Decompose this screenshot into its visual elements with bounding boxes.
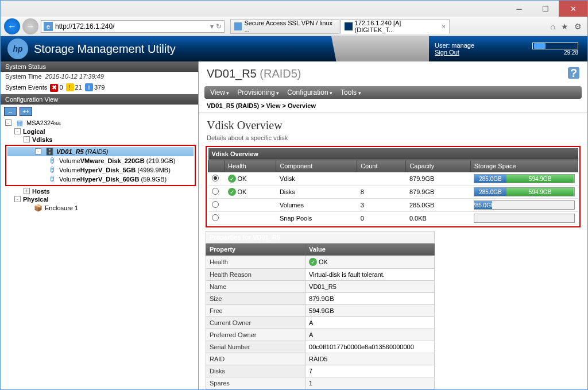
- tree-volume[interactable]: 🛢Volume HyperV_Disk_60GB (59.9GB): [7, 175, 194, 184]
- table-row: Serial Number00c0ff10177b0000e8a01356000…: [206, 341, 435, 353]
- table-row[interactable]: ✓OKDisks8879.9GB285.0GB594.9GB: [208, 186, 578, 199]
- tree-enclosure[interactable]: 📦Enclosure 1: [5, 203, 196, 213]
- window-titlebar: ─ ☐ ✕: [1, 1, 587, 17]
- browser-tabs: Secure Access SSL VPN / linux ... 172.16…: [230, 19, 450, 34]
- error-icon[interactable]: ✖: [50, 84, 58, 92]
- properties-panel: Properties for VD01_R5 PropertyValue Hea…: [206, 231, 435, 389]
- user-block: User: manage Sign Out: [429, 42, 527, 56]
- refresh-icon[interactable]: ↻: [216, 22, 222, 30]
- table-row: NameVD01_R5: [206, 281, 435, 293]
- tree-vdisks[interactable]: -Vdisks: [5, 136, 196, 144]
- row-radio[interactable]: [212, 188, 219, 195]
- expand-all-button[interactable]: ++: [20, 107, 32, 116]
- app-title: Storage Management Utility: [34, 43, 176, 56]
- overview-caption: Vdisk Overview: [208, 148, 578, 160]
- page-title: ? VD01_R5 (RAID5): [199, 61, 587, 86]
- table-row: Current OwnerA: [206, 317, 435, 329]
- table-row[interactable]: ✓OKVdisk879.9GB285.0GB594.9GB: [208, 172, 578, 186]
- tree-vdisk-vd01[interactable]: -🗄️VD01_R5 (RAID5): [7, 147, 194, 156]
- session-time: 29:28: [564, 49, 578, 56]
- menu-configuration[interactable]: Configuration: [287, 88, 332, 96]
- table-row: Disks7: [206, 365, 435, 377]
- action-menubar: View Provisioning Configuration Tools: [204, 86, 582, 99]
- tree-logical[interactable]: -Logical: [5, 128, 196, 136]
- warning-icon[interactable]: !: [66, 83, 74, 91]
- browser-toolbar: ← → e http://172.16.1.240/ ▾ ↻ Secure Ac…: [1, 17, 587, 36]
- favicon-icon: [345, 22, 353, 30]
- table-row: Free594.9GB: [206, 305, 435, 317]
- url-text: http://172.16.1.240/: [55, 22, 114, 30]
- system-events: System Events ✖0 !21 i379: [1, 81, 198, 94]
- browser-tab-msa[interactable]: 172.16.1.240 [A] (DIGITEK_T... ×: [341, 19, 450, 34]
- page-icon: e: [44, 22, 53, 31]
- config-tree: -▦MSA2324sa -Logical -Vdisks -🗄️VD01_R5 …: [1, 118, 198, 217]
- forward-button[interactable]: →: [22, 18, 38, 34]
- table-row: RAIDRAID5: [206, 353, 435, 365]
- tree-volume[interactable]: 🛢Volume VMware_Disk_220GB (219.9GB): [7, 156, 194, 165]
- row-radio[interactable]: [212, 214, 219, 221]
- status-header: System Status: [1, 61, 198, 72]
- hp-logo: hp: [7, 38, 28, 59]
- close-button[interactable]: ✕: [559, 1, 587, 17]
- vdisk-overview-table: Vdisk Overview Health Component Count Ca…: [208, 148, 578, 225]
- properties-caption: Properties for VD01_R5: [206, 231, 435, 244]
- minimize-button[interactable]: ─: [506, 1, 532, 17]
- row-radio[interactable]: [212, 175, 219, 182]
- row-radio[interactable]: [212, 201, 219, 208]
- favicon-icon: [234, 22, 242, 30]
- collapse-all-button[interactable]: --: [4, 107, 17, 116]
- tab-title: 172.16.1.240 [A] (DIGITEK_T...: [355, 20, 440, 33]
- table-row: Chunk Size64k: [206, 389, 435, 390]
- signout-link[interactable]: Sign Out: [435, 49, 459, 56]
- table-row: Spares1: [206, 377, 435, 389]
- vdisk-overview-panel: Vdisk Overview Health Component Count Ca…: [206, 146, 581, 227]
- ok-icon: ✓: [228, 188, 236, 196]
- table-row: Health✓OK: [206, 256, 435, 269]
- system-time: System Time 2015-10-12 17:39:49: [1, 72, 198, 81]
- home-icon[interactable]: ⌂: [551, 22, 555, 31]
- table-row[interactable]: Volumes3285.0GB285.0GB: [208, 199, 578, 212]
- config-view-header: Configuration View: [1, 94, 198, 105]
- ok-icon: ✓: [228, 175, 236, 183]
- tree-root-msa[interactable]: -▦MSA2324sa: [5, 118, 196, 128]
- menu-tools[interactable]: Tools: [341, 88, 361, 96]
- dropdown-icon[interactable]: ▾: [210, 22, 214, 30]
- section-desc: Details about a specific vdisk: [199, 134, 587, 146]
- maximize-button[interactable]: ☐: [532, 1, 559, 17]
- table-row[interactable]: Snap Pools00.0KB: [208, 212, 578, 225]
- tab-title: Secure Access SSL VPN / linux ...: [244, 20, 335, 33]
- section-heading: Vdisk Overview: [199, 117, 587, 134]
- tree-physical[interactable]: -Physical: [5, 195, 196, 203]
- favorites-icon[interactable]: ★: [561, 22, 568, 31]
- tree-hosts[interactable]: +Hosts: [5, 187, 196, 195]
- table-row: Preferred OwnerA: [206, 329, 435, 341]
- header-banner-image: [331, 36, 429, 61]
- user-label: User: manage: [435, 42, 527, 49]
- table-row: Size879.9GB: [206, 293, 435, 305]
- tools-icon[interactable]: ⚙: [574, 22, 582, 31]
- info-icon[interactable]: i: [85, 83, 93, 91]
- breadcrumb: VD01_R5 (RAID5) > View > Overview: [199, 99, 587, 113]
- menu-provisioning[interactable]: Provisioning: [237, 88, 279, 96]
- back-button[interactable]: ←: [4, 18, 20, 34]
- close-tab-icon[interactable]: ×: [442, 23, 446, 30]
- address-bar[interactable]: e http://172.16.1.240/ ▾ ↻: [41, 20, 225, 33]
- app-header: hp Storage Management Utility User: mana…: [1, 36, 587, 61]
- ok-icon: ✓: [309, 258, 317, 266]
- table-row: Health ReasonVirtual-disk is fault toler…: [206, 269, 435, 281]
- tree-volume[interactable]: 🛢Volume HyperV_Disk_5GB (4999.9MB): [7, 165, 194, 175]
- menu-view[interactable]: View: [210, 88, 229, 96]
- enclosure-widget[interactable]: [532, 43, 578, 49]
- browser-tab-vpn[interactable]: Secure Access SSL VPN / linux ...: [230, 19, 339, 34]
- help-button[interactable]: ?: [568, 67, 579, 79]
